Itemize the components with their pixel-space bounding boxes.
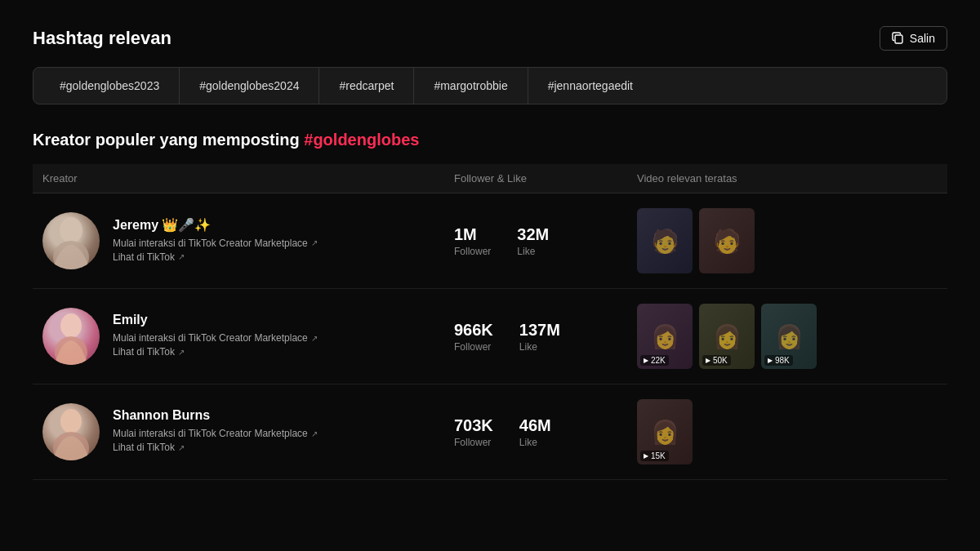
col-header-creator: Kreator [33,164,444,193]
ext-icon: ↗ [178,348,185,357]
svg-point-1 [60,217,82,243]
ext-icon: ↗ [311,238,318,247]
followers-label-emily: Follower [454,341,493,353]
hashtag-item-3[interactable]: #margotrobbie [414,68,528,104]
likes-label-jeremy: Like [517,246,549,257]
salin-label: Salin [910,32,935,45]
table-header: Kreator Follower & Like Video relevan te… [33,164,947,193]
creator-info-jeremy: Jeremy 👑🎤✨ Mulai interaksi di TikTok Cre… [113,217,434,265]
section-hashtag: #goldenglobes [304,131,419,149]
followers-label-shannon: Follower [454,437,493,448]
ext-icon: ↗ [311,429,318,438]
creator-name-shannon: Shannon Burns [113,408,434,423]
likes-value-jeremy: 32M [517,225,549,244]
hashtag-bar: #goldenglobes2023 #goldenglobes2024 #red… [33,67,947,104]
creator-cell-jeremy: Jeremy 👑🎤✨ Mulai interaksi di TikTok Cre… [33,193,444,289]
hashtag-item-1[interactable]: #goldenglobes2024 [180,68,319,104]
video-thumb-j2[interactable]: 🧑 [699,208,755,273]
videos-cell-shannon: 👩 ▶ 15K [627,384,947,480]
hashtag-item-0[interactable]: #goldenglobes2023 [40,68,180,104]
followers-value-shannon: 703K [454,416,493,435]
tiktok-link-shannon[interactable]: Lihat di TikTok ↗ [113,442,434,453]
video-thumb-j1[interactable]: 🧑 [637,208,693,273]
svg-point-5 [60,409,82,433]
video-count-s1: ▶ 15K [640,451,669,461]
marketplace-link-emily[interactable]: Mulai interaksi di TikTok Creator Market… [113,332,434,344]
col-header-followers: Follower & Like [444,164,627,193]
salin-button[interactable]: Salin [880,26,947,51]
follower-cell-jeremy: 1M Follower 32M Like [444,193,627,289]
play-icon: ▶ [768,357,773,364]
followers-label-jeremy: Follower [454,246,491,257]
video-thumb-e3[interactable]: 👩 ▶ 98K [761,304,817,369]
col-header-videos: Video relevan teratas [627,164,947,193]
creator-name-jeremy: Jeremy 👑🎤✨ [113,217,434,233]
tiktok-link-emily[interactable]: Lihat di TikTok ↗ [113,346,434,358]
hashtag-item-4[interactable]: #jennaortegaedit [528,68,653,104]
follower-cell-shannon: 703K Follower 46M Like [444,384,627,480]
follower-cell-emily: 966K Follower 137M Like [444,289,627,384]
svg-rect-0 [895,35,902,43]
avatar-silhouette-jeremy [42,212,100,269]
avatar-silhouette-emily [42,308,100,365]
videos-cell-jeremy: 🧑 🧑 [627,193,947,289]
followers-value-emily: 966K [454,321,493,340]
likes-value-emily: 137M [519,321,560,340]
marketplace-link-shannon[interactable]: Mulai interaksi di TikTok Creator Market… [113,428,434,439]
page-title: Hashtag relevan [33,28,172,49]
creator-cell-emily: Emily Mulai interaksi di TikTok Creator … [33,289,444,384]
table-row: Jeremy 👑🎤✨ Mulai interaksi di TikTok Cre… [33,193,947,289]
video-count-e3: ▶ 98K [764,355,793,366]
section-heading: Kreator populer yang memposting #goldeng… [33,131,947,149]
table-row: Shannon Burns Mulai interaksi di TikTok … [33,384,947,480]
avatar-silhouette-shannon [42,403,100,460]
followers-value-jeremy: 1M [454,225,491,244]
page-header: Hashtag relevan Salin [33,26,947,51]
thumb-content-j1: 🧑 [637,208,693,273]
marketplace-link-jeremy[interactable]: Mulai interaksi di TikTok Creator Market… [113,238,434,249]
creators-table: Kreator Follower & Like Video relevan te… [33,164,947,480]
ext-icon: ↗ [178,443,185,452]
copy-icon [892,32,905,45]
creator-name-emily: Emily [113,313,434,327]
ext-icon: ↗ [178,252,185,261]
avatar-jeremy [42,212,100,269]
svg-point-3 [60,313,82,338]
ext-icon: ↗ [311,334,318,343]
creator-cell-shannon: Shannon Burns Mulai interaksi di TikTok … [33,384,444,480]
avatar-emily [42,308,100,365]
table-row: Emily Mulai interaksi di TikTok Creator … [33,289,947,384]
creator-info-shannon: Shannon Burns Mulai interaksi di TikTok … [113,408,434,455]
play-icon: ▶ [644,357,648,364]
avatar-shannon [42,403,100,460]
video-thumb-e2[interactable]: 👩 ▶ 50K [699,304,755,369]
play-icon: ▶ [706,357,710,364]
likes-label-shannon: Like [519,437,551,448]
thumb-content-j2: 🧑 [699,208,755,273]
likes-label-emily: Like [519,341,560,353]
play-icon: ▶ [644,452,648,460]
video-count-e1: ▶ 22K [640,355,669,366]
likes-value-shannon: 46M [519,416,551,435]
video-count-e2: ▶ 50K [702,355,731,366]
video-thumb-s1[interactable]: 👩 ▶ 15K [637,399,693,464]
creator-info-emily: Emily Mulai interaksi di TikTok Creator … [113,313,434,360]
hashtag-item-2[interactable]: #redcarpet [319,68,414,104]
video-thumb-e1[interactable]: 👩 ▶ 22K [637,304,693,369]
tiktok-link-jeremy[interactable]: Lihat di TikTok ↗ [113,251,434,263]
videos-cell-emily: 👩 ▶ 22K 👩 ▶ 50K 👩 [627,289,947,384]
